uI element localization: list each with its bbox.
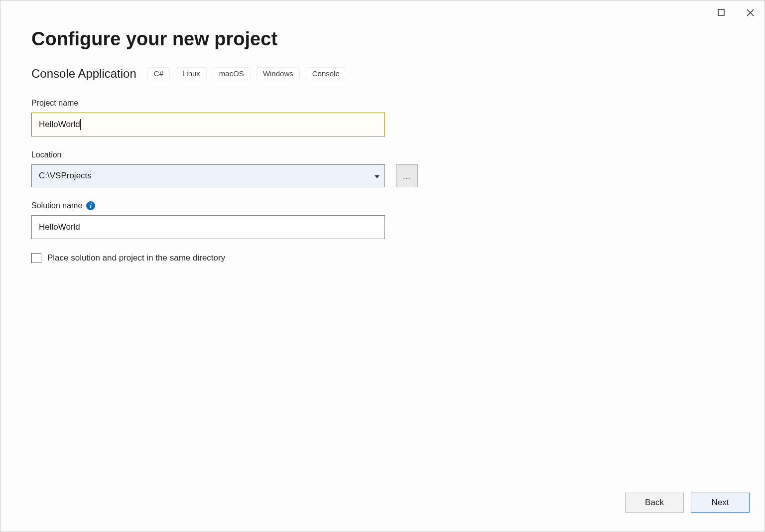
solution-name-label: Solution name xyxy=(31,201,82,210)
template-row: Console Application C# Linux macOS Windo… xyxy=(31,67,734,81)
project-name-block: Project name HelloWorld xyxy=(31,99,734,136)
same-directory-label[interactable]: Place solution and project in the same d… xyxy=(47,253,225,263)
next-button[interactable]: Next xyxy=(691,493,750,513)
tag-windows: Windows xyxy=(256,67,300,80)
back-button[interactable]: Back xyxy=(625,493,684,513)
footer-buttons: Back Next xyxy=(625,493,750,513)
browse-label: ... xyxy=(403,172,411,180)
maximize-button[interactable] xyxy=(707,1,736,24)
location-combo[interactable]: C:\VSProjects xyxy=(31,164,385,187)
maximize-icon xyxy=(718,9,725,16)
page-title: Configure your new project xyxy=(31,28,734,50)
solution-name-label-row: Solution name i xyxy=(31,201,734,210)
titlebar xyxy=(707,0,765,24)
location-row: C:\VSProjects ... xyxy=(31,164,734,187)
content-area: Configure your new project Console Appli… xyxy=(31,28,734,263)
solution-name-value: HelloWorld xyxy=(39,222,80,232)
back-label: Back xyxy=(645,498,664,508)
close-button[interactable] xyxy=(736,1,765,24)
tag-csharp: C# xyxy=(147,67,170,80)
same-directory-checkbox[interactable] xyxy=(31,253,41,263)
chevron-down-icon xyxy=(375,171,380,181)
dialog-window: Configure your new project Console Appli… xyxy=(0,0,765,532)
close-icon xyxy=(747,9,754,16)
solution-name-block: Solution name i HelloWorld xyxy=(31,201,734,239)
tag-macos: macOS xyxy=(213,67,251,80)
location-label: Location xyxy=(31,150,734,159)
project-name-value: HelloWorld xyxy=(39,120,80,130)
svg-rect-0 xyxy=(718,9,724,15)
template-name: Console Application xyxy=(31,67,136,81)
text-caret xyxy=(80,119,81,130)
next-label: Next xyxy=(712,498,729,508)
solution-name-input[interactable]: HelloWorld xyxy=(31,215,385,239)
tag-console: Console xyxy=(306,67,346,80)
project-name-label: Project name xyxy=(31,99,734,108)
browse-button[interactable]: ... xyxy=(396,164,418,187)
tag-list: C# Linux macOS Windows Console xyxy=(147,67,346,80)
project-name-input[interactable]: HelloWorld xyxy=(31,113,385,136)
info-icon[interactable]: i xyxy=(86,201,95,210)
same-directory-row: Place solution and project in the same d… xyxy=(31,253,734,263)
svg-marker-3 xyxy=(375,175,380,178)
location-value: C:\VSProjects xyxy=(39,171,92,181)
tag-linux: Linux xyxy=(176,67,207,80)
location-block: Location C:\VSProjects ... xyxy=(31,150,734,187)
